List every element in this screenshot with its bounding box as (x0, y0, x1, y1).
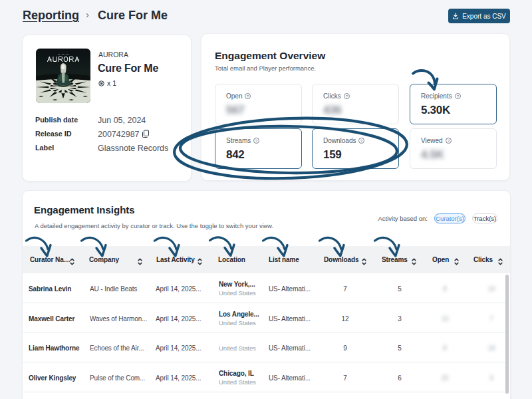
svg-text:?: ? (360, 138, 363, 142)
svg-text:?: ? (457, 94, 460, 98)
svg-text:?: ? (447, 138, 450, 142)
svg-text:?: ? (255, 138, 258, 142)
svg-text:?: ? (346, 94, 348, 98)
svg-text:?: ? (247, 94, 249, 98)
